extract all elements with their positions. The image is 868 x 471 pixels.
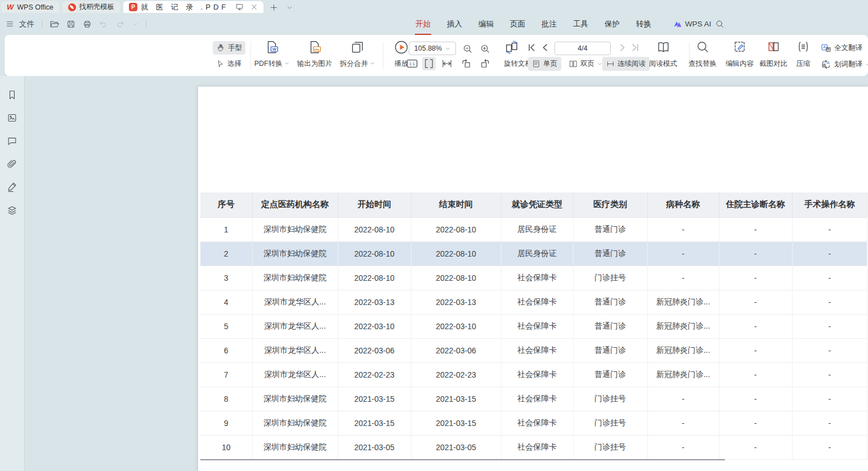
fit-width-button[interactable] xyxy=(440,57,454,70)
wps-ai-icon xyxy=(673,20,682,29)
signature-panel-icon[interactable] xyxy=(6,181,19,193)
previous-page-button[interactable] xyxy=(541,43,549,52)
single-page-label: 单页 xyxy=(543,59,557,69)
tab-list-chevron-icon[interactable] xyxy=(284,2,295,13)
screenshot-compare-button[interactable]: 截图对比 xyxy=(755,39,791,72)
table-cell: - xyxy=(792,266,867,290)
file-menu-button[interactable]: 文件 xyxy=(6,18,34,30)
menu-item-home[interactable]: 开始 xyxy=(415,18,431,30)
undo-button[interactable] xyxy=(99,20,108,29)
table-cell: 4 xyxy=(200,290,252,314)
redo-button[interactable] xyxy=(115,20,124,29)
zoom-out-button[interactable] xyxy=(460,42,474,55)
print-button[interactable] xyxy=(83,20,92,29)
menu-item-page[interactable]: 页面 xyxy=(509,18,526,30)
full-text-translate-button[interactable]: A 全文翻译 xyxy=(821,41,862,55)
hand-tool-button[interactable]: 手型 xyxy=(213,41,245,55)
records-table: 序号定点医药机构名称开始时间结束时间就诊凭证类型医疗类别病种名称住院主诊断名称手… xyxy=(200,192,867,460)
table-cell: 6 xyxy=(200,338,252,362)
select-tool-label: 选择 xyxy=(227,59,241,69)
two-page-button[interactable]: 双页 xyxy=(565,57,606,71)
single-page-icon xyxy=(532,60,540,68)
rotate-document-icon[interactable] xyxy=(503,41,520,54)
export-image-button[interactable]: 输出为图片 xyxy=(293,39,336,72)
close-tab-icon[interactable] xyxy=(250,3,258,11)
word-translate-button[interactable]: A 划词翻译 xyxy=(821,57,868,71)
column-header: 医疗类别 xyxy=(573,192,647,217)
tab-bar: W WPS Office 找稻壳模板 P 就 医 记 录 .PDF xyxy=(0,0,868,13)
menu-item-annotate[interactable]: 批注 xyxy=(541,18,557,30)
table-cell: 深圳市妇幼保健院 xyxy=(252,217,338,241)
table-cell: 深圳市龙华区人... xyxy=(252,290,338,314)
table-cell: - xyxy=(719,266,792,290)
thumbnail-panel-icon[interactable] xyxy=(6,111,19,124)
table-cell: 深圳市妇幼保健院 xyxy=(252,266,338,290)
open-file-button[interactable] xyxy=(50,19,59,29)
layers-panel-icon[interactable] xyxy=(6,204,19,216)
tab-docer-templates[interactable]: 找稻壳模板 xyxy=(62,1,120,13)
wps-ai-button[interactable]: WPS AI xyxy=(673,13,712,35)
actual-size-button[interactable]: 1:1 xyxy=(405,57,419,70)
fit-page-button[interactable] xyxy=(422,57,436,70)
pdf-convert-button[interactable]: W PDF转换 xyxy=(250,39,293,72)
pdf-page: 序号定点医药机构名称开始时间结束时间就诊凭证类型医疗类别病种名称住院主诊断名称手… xyxy=(198,87,868,471)
table-cell: 2 xyxy=(200,241,252,266)
table-cell: - xyxy=(719,290,792,314)
comment-panel-icon[interactable] xyxy=(6,134,19,147)
table-cell: 10 xyxy=(200,435,252,459)
table-row: 3深圳市妇幼保健院2022-08-102022-08-10社会保障卡门诊挂号--… xyxy=(200,266,867,290)
zoom-level-dropdown[interactable]: 105.88% xyxy=(409,42,456,55)
reading-mode-icon[interactable] xyxy=(655,40,672,53)
table-cell: 2021-03-05 xyxy=(338,435,411,459)
detach-window-icon[interactable] xyxy=(235,3,244,11)
menu-items: 开始插入编辑页面批注工具保护转换 xyxy=(415,13,652,35)
single-page-button[interactable]: 单页 xyxy=(528,57,561,71)
table-cell: 8 xyxy=(200,387,252,411)
reading-mode-label[interactable]: 阅读模式 xyxy=(647,59,679,69)
table-cell: - xyxy=(792,435,867,459)
quick-access-chevron-icon[interactable] xyxy=(132,21,138,28)
page-number-input[interactable]: 4/4 xyxy=(554,42,611,55)
table-cell: 门诊挂号 xyxy=(573,435,647,459)
table-cell: 新冠肺炎门诊... xyxy=(647,314,719,338)
edit-content-button[interactable]: 编辑内容 xyxy=(722,39,758,72)
word-translate-icon: A xyxy=(821,59,831,70)
full-text-translate-icon: A xyxy=(821,43,831,53)
table-cell: - xyxy=(719,387,792,411)
next-page-button[interactable] xyxy=(618,43,627,52)
menu-search-icon[interactable] xyxy=(715,19,724,29)
rotate-right-button[interactable] xyxy=(478,57,492,70)
menu-item-protect[interactable]: 保护 xyxy=(604,18,620,30)
svg-text:1:1: 1:1 xyxy=(409,61,415,66)
menu-item-tools[interactable]: 工具 xyxy=(572,18,589,30)
continuous-reading-button[interactable]: 连续阅读 xyxy=(602,57,650,71)
document-title: 就 医 记 录 .PDF xyxy=(141,2,229,12)
screenshot-compare-label: 截图对比 xyxy=(759,59,788,69)
bookmark-panel-icon[interactable] xyxy=(6,88,19,101)
rotate-left-button[interactable] xyxy=(459,57,473,70)
table-cell: - xyxy=(792,387,867,411)
tab-document[interactable]: P 就 医 记 录 .PDF xyxy=(123,1,263,13)
last-page-button[interactable] xyxy=(631,43,639,52)
divider xyxy=(42,20,42,29)
save-button[interactable] xyxy=(66,20,75,29)
table-cell: 9 xyxy=(200,411,252,435)
table-cell: 2022-02-23 xyxy=(411,362,501,387)
attachment-panel-icon[interactable] xyxy=(6,158,19,170)
divider xyxy=(383,42,383,69)
workspace: 序号定点医药机构名称开始时间结束时间就诊凭证类型医疗类别病种名称住院主诊断名称手… xyxy=(0,76,868,471)
menu-item-edit[interactable]: 编辑 xyxy=(478,18,494,30)
menu-item-insert[interactable]: 插入 xyxy=(446,18,463,30)
tab-wps-office[interactable]: W WPS Office xyxy=(1,1,59,13)
select-tool-button[interactable]: 选择 xyxy=(213,57,245,70)
menu-item-convert[interactable]: 转换 xyxy=(636,18,652,30)
find-replace-button[interactable]: 查找替换 xyxy=(684,39,721,72)
new-tab-button[interactable] xyxy=(268,2,279,13)
split-merge-button[interactable]: 拆分合并 xyxy=(336,39,379,72)
zoom-in-button[interactable] xyxy=(478,42,491,55)
svg-text:W: W xyxy=(272,47,277,52)
first-page-button[interactable] xyxy=(527,43,536,52)
table-cell: 2022-03-10 xyxy=(338,314,411,338)
compress-button[interactable]: 压缩 xyxy=(790,39,816,72)
column-header: 病种名称 xyxy=(647,192,719,217)
